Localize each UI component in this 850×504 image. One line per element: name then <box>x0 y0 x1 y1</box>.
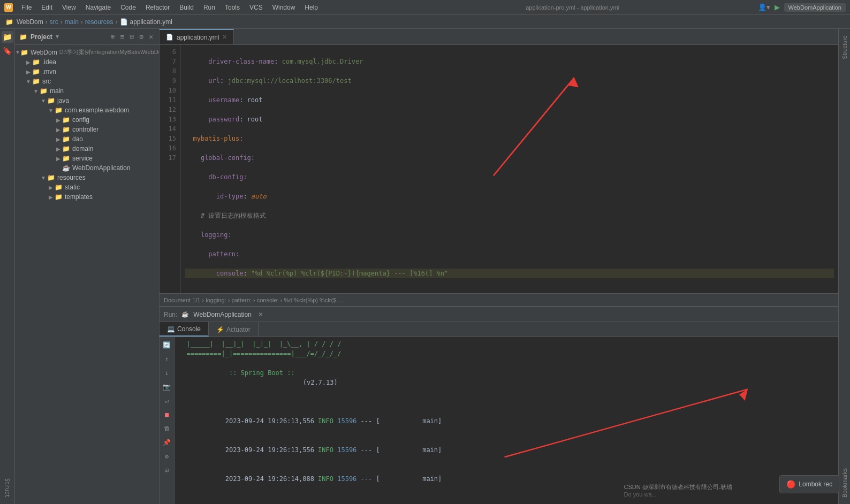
csdn-extra: Do you wa... <box>624 491 732 498</box>
stop-btn[interactable]: ■ <box>161 409 173 421</box>
menu-bar: W File Edit View Navigate Code Refactor … <box>0 0 850 15</box>
menu-build[interactable]: Build <box>175 3 198 12</box>
pin-btn[interactable]: 📌 <box>161 437 173 448</box>
actuator-tab-icon: ⚡ <box>216 326 224 333</box>
expand-icon[interactable]: ≡ <box>119 32 126 41</box>
project-header: 📁 Project ▾ ⊕ ≡ ⊟ ⚙ ✕ <box>15 29 159 45</box>
run-close-icon[interactable]: ✕ <box>258 311 263 318</box>
console-tab-icon: 💻 <box>167 325 175 333</box>
scroll-down-btn[interactable]: ↓ <box>161 367 173 379</box>
breadcrumb-file[interactable]: application.yml <box>130 18 172 26</box>
menu-navigate[interactable]: Navigate <box>81 3 115 12</box>
menu-file[interactable]: File <box>17 3 36 12</box>
tree-item-main[interactable]: ▼ 📁 main <box>15 86 159 96</box>
run-tab-actuator[interactable]: ⚡ Actuator <box>209 322 259 337</box>
tab-application-yml[interactable]: 📄 application.yml ✕ <box>160 29 234 44</box>
structure-icon[interactable]: Struct <box>2 472 13 504</box>
tree-name-java: java <box>57 97 69 104</box>
tree-item-webdom[interactable]: ▼ 📁 WebDom D:\学习案例\integrationMyBatis\We… <box>15 47 159 57</box>
menu-code[interactable]: Code <box>116 3 140 12</box>
bookmarks-label[interactable]: Bookmarks <box>841 464 848 502</box>
tree-name-resources: resources <box>57 174 86 181</box>
tab-label-application-yml: application.yml <box>177 34 219 41</box>
rerun-btn[interactable]: 🔄 <box>161 339 173 351</box>
tree-item-controller[interactable]: ▶ 📁 controller <box>15 125 159 134</box>
java-icon-webdomapp: ☕ <box>62 164 70 172</box>
project-tree: ▼ 📁 WebDom D:\学习案例\integrationMyBatis\We… <box>15 45 159 504</box>
breadcrumb-main[interactable]: main <box>65 18 79 26</box>
notification-popup[interactable]: 🔴 Lombok rec <box>779 475 839 493</box>
code-content[interactable]: driver-class-name: com.mysql.jdbc.Driver… <box>181 45 838 293</box>
console-output[interactable]: |_____| |__|_| |_|_| |_\__, | / / / / ==… <box>174 337 838 504</box>
menu-help[interactable]: Help <box>300 3 322 12</box>
menu-vcs[interactable]: VCS <box>245 3 267 12</box>
bookmark-icon[interactable]: 🔖 <box>2 45 13 57</box>
tree-item-service[interactable]: ▶ 📁 service <box>15 154 159 163</box>
project-title: 📁 Project ▾ <box>19 33 59 41</box>
menu-run[interactable]: Run <box>199 3 219 12</box>
folder-icon-resources: 📁 <box>47 174 55 181</box>
tree-item-src[interactable]: ▼ 📁 src <box>15 77 159 86</box>
arrow-static: ▶ <box>47 185 55 190</box>
tree-item-java[interactable]: ▼ 📁 java <box>15 96 159 105</box>
run-tab-console[interactable]: 💻 Console <box>160 322 209 337</box>
run-config-icon[interactable]: ▶ <box>775 3 780 11</box>
locate-icon[interactable]: ⊕ <box>109 32 117 41</box>
folder-icon-mvn: 📁 <box>32 68 40 75</box>
structure-label[interactable]: Structure <box>841 31 848 64</box>
folder-icon-controller: 📁 <box>62 126 70 133</box>
folder-icon-templates: 📁 <box>55 193 63 201</box>
folder-icon-main: 📁 <box>40 87 48 95</box>
wrap-btn[interactable]: ↵ <box>161 395 173 407</box>
code-line-10: mybatis-plus: <box>185 134 834 143</box>
project-view-icon[interactable]: 📁 <box>2 31 13 43</box>
tree-name-src: src <box>42 78 51 85</box>
file-title: application-pro.yml - application.yml <box>388 4 758 11</box>
tree-name-controller: controller <box>72 126 98 133</box>
tab-close-btn[interactable]: ✕ <box>222 34 227 41</box>
close-output-btn[interactable]: 🗑 <box>161 423 173 434</box>
screenshot-btn[interactable]: 📷 <box>161 381 173 393</box>
line-num-17: 17 <box>162 153 176 163</box>
csdn-text: CSDN @深圳市有德者科技有限公司.耿瑞 <box>624 483 732 491</box>
tree-item-config[interactable]: ▶ 📁 config <box>15 115 159 125</box>
menu-edit[interactable]: Edit <box>37 3 57 12</box>
breadcrumb-resources[interactable]: resources <box>85 18 113 26</box>
run-header: Run: ☕ WebDomApplication ✕ <box>160 307 838 322</box>
tree-item-com[interactable]: ▼ 📁 com.example.webdom <box>15 105 159 115</box>
run-label: Run: <box>164 311 177 318</box>
close-panel-icon[interactable]: ✕ <box>147 32 155 41</box>
line-num-13: 13 <box>162 114 176 124</box>
log-line-3: 2023-09-24 19:26:14,088 INFO 15596 --- [… <box>179 464 834 493</box>
line-num-14: 14 <box>162 124 176 134</box>
editor-area[interactable]: 6 7 8 9 10 11 12 13 14 15 16 17 driver-c… <box>160 45 838 293</box>
tree-item-mvn[interactable]: ▶ 📁 .mvn <box>15 67 159 77</box>
settings-icon[interactable]: ⚙ <box>138 32 145 41</box>
tree-item-templates[interactable]: ▶ 📁 templates <box>15 192 159 202</box>
settings-run-btn[interactable]: ⚙ <box>161 450 173 462</box>
tree-item-webdomapp[interactable]: ☕ WebDomApplication <box>15 163 159 173</box>
folder-icon-dao: 📁 <box>62 135 70 143</box>
run-app-button[interactable]: WebDomApplication <box>784 3 846 12</box>
arrow-java: ▼ <box>40 98 47 104</box>
tree-item-domain[interactable]: ▶ 📁 domain <box>15 144 159 154</box>
menu-view[interactable]: View <box>58 3 80 12</box>
profile-icon[interactable]: 👤▾ <box>758 3 770 11</box>
right-area: 📄 application.yml ✕ 6 7 8 9 10 11 <box>160 29 838 504</box>
menu-tools[interactable]: Tools <box>221 3 244 12</box>
spring-ascii-2: =========|_|===============|___/=/_/_/_/ <box>179 349 834 358</box>
restore-btn[interactable]: ⊡ <box>161 464 173 476</box>
scroll-up-btn[interactable]: ↑ <box>161 353 173 365</box>
collapse-icon[interactable]: ⊟ <box>128 32 136 41</box>
breadcrumb-project[interactable]: WebDom <box>17 18 43 26</box>
tree-item-static[interactable]: ▶ 📁 static <box>15 182 159 192</box>
breadcrumb-src[interactable]: src <box>50 18 58 26</box>
tree-item-idea[interactable]: ▶ 📁 .idea <box>15 57 159 67</box>
project-dropdown-icon[interactable]: ▾ <box>56 33 59 40</box>
actuator-tab-label: Actuator <box>226 326 251 333</box>
menu-refactor[interactable]: Refactor <box>141 3 174 12</box>
tree-item-resources[interactable]: ▼ 📁 resources <box>15 173 159 182</box>
menu-window[interactable]: Window <box>268 3 300 12</box>
tree-item-dao[interactable]: ▶ 📁 dao <box>15 134 159 144</box>
tree-path-webdom: D:\学习案例\integrationMyBatis\WebDom <box>59 48 159 56</box>
